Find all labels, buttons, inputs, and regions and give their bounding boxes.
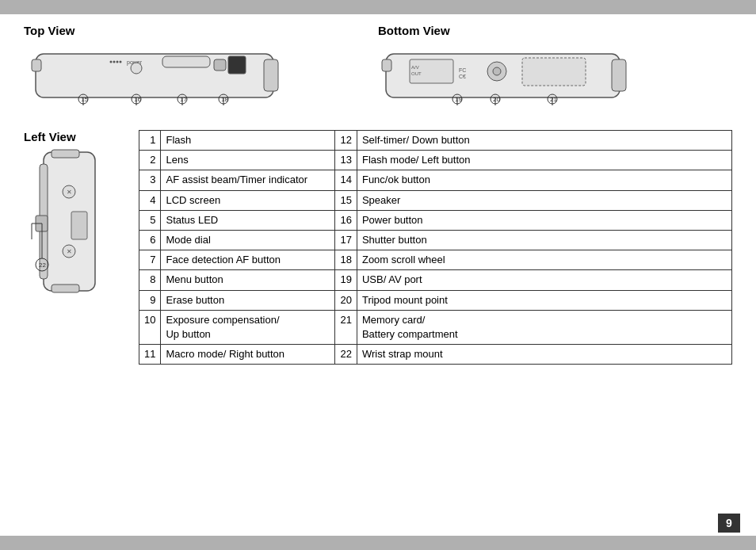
top-view-section: Top View power	[24, 24, 378, 124]
bottom-view-section: Bottom View A/V OUT FC C€	[378, 24, 732, 124]
part-desc: Flash	[161, 131, 335, 151]
table-row: 5 Status LED 16 Power button	[139, 210, 732, 230]
part-desc: LCD screen	[161, 190, 335, 210]
part-num: 13	[335, 151, 357, 170]
svg-text:19: 19	[455, 96, 462, 103]
parts-table: 1 Flash 12 Self-timer/ Down button 2 Len…	[139, 130, 732, 365]
part-desc: Wrist strap mount	[357, 345, 731, 365]
svg-text:15: 15	[81, 96, 88, 103]
svg-rect-26	[612, 59, 626, 91]
part-desc: Menu button	[161, 270, 335, 290]
table-row: 9 Erase button 20 Tripod mount point	[139, 290, 732, 310]
table-row: 3 AF assist beam/Timer indicator 14 Func…	[139, 170, 732, 190]
svg-rect-2	[264, 59, 278, 91]
part-num: 10	[139, 310, 161, 344]
top-view-title: Top View	[24, 24, 378, 37]
part-desc: Status LED	[161, 210, 335, 230]
diagrams-row: Top View power	[24, 24, 732, 124]
svg-rect-25	[382, 59, 391, 71]
part-num: 11	[139, 345, 161, 365]
table-row: 7 Face detection AF button 18 Zoom scrol…	[139, 250, 732, 270]
part-desc: Tripod mount point	[357, 290, 731, 310]
svg-point-8	[131, 63, 142, 74]
part-num: 18	[335, 250, 357, 270]
part-num: 21	[335, 310, 357, 344]
part-desc: Face detection AF button	[161, 250, 335, 270]
svg-rect-37	[522, 58, 586, 86]
svg-point-7	[120, 61, 122, 63]
part-num: 3	[139, 170, 161, 190]
part-num: 20	[335, 290, 357, 310]
svg-text:A/V: A/V	[411, 65, 419, 70]
svg-point-6	[116, 61, 119, 63]
part-num: 6	[139, 230, 161, 250]
svg-text:22: 22	[39, 262, 46, 269]
svg-text:✕: ✕	[67, 248, 72, 255]
bottom-view-camera: A/V OUT FC C€ memory card battery 19	[378, 42, 640, 121]
part-desc: Erase button	[161, 290, 335, 310]
svg-text:OUT: OUT	[411, 71, 422, 76]
svg-rect-11	[214, 59, 226, 71]
svg-point-5	[113, 61, 116, 63]
table-row: 2 Lens 13 Flash mode/ Left button	[139, 151, 732, 170]
table-row: 1 Flash 12 Self-timer/ Down button	[139, 131, 732, 151]
part-desc: Lens	[161, 151, 335, 170]
part-num: 5	[139, 210, 161, 230]
part-num: 8	[139, 270, 161, 290]
table-row: 8 Menu button 19 USB/ AV port	[139, 270, 732, 290]
svg-text:17: 17	[180, 96, 187, 103]
svg-text:FC: FC	[459, 67, 466, 73]
svg-rect-48	[52, 150, 79, 158]
svg-text:✕: ✕	[67, 189, 72, 196]
part-num: 9	[139, 290, 161, 310]
part-desc: Macro mode/ Right button	[161, 345, 335, 365]
left-view-section: Left View ✕ ✕	[24, 130, 139, 365]
table-row: 6 Mode dial 17 Shutter button	[139, 230, 732, 250]
part-num: 22	[335, 345, 357, 365]
table-row: 10 Exposure compensation/Up button 21 Me…	[139, 310, 732, 344]
part-num: 7	[139, 250, 161, 270]
part-desc: Power button	[357, 210, 731, 230]
svg-rect-1	[32, 59, 41, 71]
top-view-camera: power 15 16	[24, 42, 293, 121]
part-num: 2	[139, 151, 161, 170]
svg-text:16: 16	[134, 96, 141, 103]
svg-text:20: 20	[493, 96, 500, 103]
left-view-title: Left View	[24, 130, 139, 143]
part-num: 16	[335, 210, 357, 230]
svg-point-34	[493, 67, 501, 75]
left-view-camera: ✕ ✕ 22	[28, 148, 131, 303]
svg-rect-9	[162, 56, 210, 67]
part-desc: Mode dial	[161, 230, 335, 250]
part-desc: Func/ok button	[357, 170, 731, 190]
page-number: 9	[718, 514, 740, 533]
part-num: 17	[335, 230, 357, 250]
svg-rect-10	[228, 56, 246, 74]
main-content: Left View ✕ ✕	[24, 130, 732, 365]
part-desc: Exposure compensation/Up button	[161, 310, 335, 344]
svg-point-4	[110, 61, 113, 63]
part-num: 4	[139, 190, 161, 210]
part-desc: Self-timer/ Down button	[357, 131, 731, 151]
bottom-view-title: Bottom View	[378, 24, 732, 37]
table-row: 11 Macro mode/ Right button 22 Wrist str…	[139, 345, 732, 365]
svg-text:21: 21	[550, 96, 557, 103]
bottom-bar	[0, 536, 756, 550]
part-num: 19	[335, 270, 357, 290]
part-num: 1	[139, 131, 161, 151]
svg-text:18: 18	[221, 96, 228, 103]
svg-rect-56	[71, 212, 87, 239]
table-row: 4 LCD screen 15 Speaker	[139, 190, 732, 210]
part-num: 15	[335, 190, 357, 210]
top-bar	[0, 0, 756, 14]
part-desc: Memory card/Battery compartment	[357, 310, 731, 344]
part-desc: Flash mode/ Left button	[357, 151, 731, 170]
svg-text:C€: C€	[459, 74, 466, 79]
part-desc: Shutter button	[357, 230, 731, 250]
part-num: 14	[335, 170, 357, 190]
part-desc: AF assist beam/Timer indicator	[161, 170, 335, 190]
svg-rect-49	[52, 285, 79, 292]
part-num: 12	[335, 131, 357, 151]
part-desc: USB/ AV port	[357, 270, 731, 290]
part-desc: Zoom scroll wheel	[357, 250, 731, 270]
